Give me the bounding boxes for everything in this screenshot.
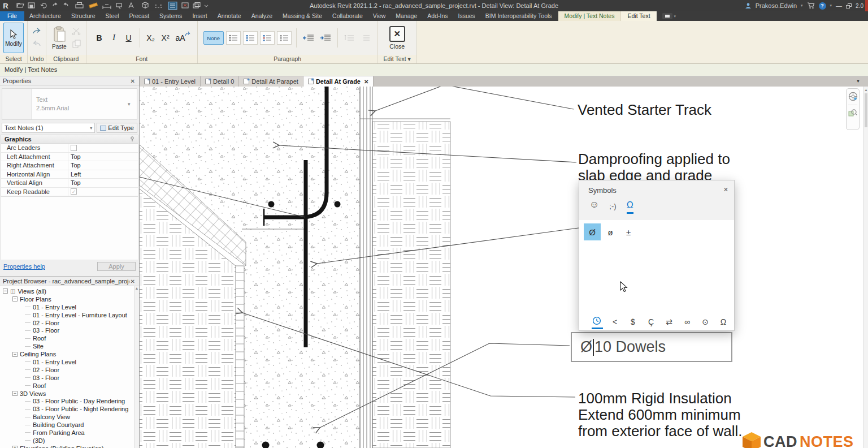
- property-value[interactable]: Left: [68, 170, 138, 179]
- tree-item[interactable]: Roof: [0, 334, 139, 342]
- tree-item[interactable]: From Parking Area: [0, 429, 139, 437]
- symbol-oslash[interactable]: ø: [602, 223, 619, 240]
- view-tab-detail-0[interactable]: ✳Detail 0: [201, 76, 239, 87]
- tree-item[interactable]: (3D): [0, 437, 139, 445]
- recent-category-icon[interactable]: [588, 316, 606, 327]
- property-value[interactable]: Top: [68, 179, 138, 187]
- property-value[interactable]: Top: [68, 161, 138, 170]
- increase-spacing-button[interactable]: [342, 31, 356, 45]
- numbered-list-button[interactable]: [243, 31, 258, 45]
- arc-leaders-checkbox[interactable]: [71, 145, 77, 151]
- tab-analyze[interactable]: Analyze: [246, 11, 277, 21]
- apply-button[interactable]: Apply: [97, 262, 136, 271]
- tab-modify-text-notes[interactable]: Modify | Text Notes: [558, 11, 622, 21]
- tree-item[interactable]: 03 - Floor: [0, 374, 139, 382]
- paste-button[interactable]: Paste: [50, 25, 69, 50]
- minimize-icon[interactable]: —: [836, 2, 842, 9]
- username[interactable]: Prakoso.Edwin: [756, 2, 797, 9]
- decrease-indent-button[interactable]: [301, 31, 316, 45]
- browser-scrollbar[interactable]: ▲: [134, 286, 139, 448]
- help-menu-caret-icon[interactable]: ▾: [830, 3, 832, 8]
- tree-item[interactable]: Building Courtyard: [0, 421, 139, 429]
- symbols-close-icon[interactable]: ✕: [723, 186, 728, 195]
- tab-architecture[interactable]: Architecture: [24, 11, 66, 21]
- close-edit-text-button[interactable]: ✕ Close: [381, 26, 413, 50]
- element-filter-select[interactable]: Text Notes (1) ▾: [2, 123, 95, 133]
- scroll-up-icon[interactable]: ▲: [864, 87, 868, 93]
- properties-help-link[interactable]: Properties help: [3, 263, 45, 270]
- panel-select-label[interactable]: Select: [0, 55, 27, 63]
- bullet-list-button[interactable]: [226, 31, 241, 45]
- edit-type-button[interactable]: Edit Type: [97, 123, 137, 133]
- panel-font-label[interactable]: Font: [86, 55, 197, 63]
- revit-logo-icon[interactable]: R: [0, 2, 11, 10]
- tree-item[interactable]: 01 - Entry Level: [0, 358, 139, 366]
- text-edit-box[interactable]: Ø 10 Dowels: [571, 332, 732, 362]
- property-row[interactable]: Arc Leaders: [1, 144, 138, 153]
- expander-icon[interactable]: −: [12, 391, 18, 396]
- underline-button[interactable]: U: [123, 31, 135, 45]
- tab-systems[interactable]: Systems: [154, 11, 187, 21]
- tab-bim-interoperability[interactable]: BIM Interoperability Tools: [480, 11, 557, 21]
- expander-icon[interactable]: −: [12, 296, 18, 301]
- media-toggle[interactable]: ▾: [662, 11, 676, 21]
- tree-item-views[interactable]: −◫Views (all): [0, 287, 139, 295]
- scrollbar-thumb[interactable]: [865, 93, 867, 127]
- tab-annotate[interactable]: Annotate: [212, 11, 246, 21]
- modify-button[interactable]: Modify: [3, 23, 24, 53]
- collapse-tabs-icon[interactable]: ▼: [856, 79, 860, 83]
- user-icon[interactable]: [745, 2, 752, 9]
- canvas-scrollbar[interactable]: ▲: [863, 87, 868, 448]
- panel-clipboard-label[interactable]: Clipboard: [46, 55, 86, 63]
- tree-item[interactable]: Site: [0, 342, 139, 350]
- symbol-plus-minus[interactable]: ±: [620, 223, 637, 240]
- tree-item[interactable]: Balcony View: [0, 413, 139, 421]
- tree-item-ceiling-plans[interactable]: −Ceiling Plans: [0, 350, 139, 358]
- property-row[interactable]: Horizontal Align Left: [1, 170, 138, 179]
- type-selector[interactable]: Text 2.5mm Arial ▾: [2, 88, 137, 120]
- property-row[interactable]: Right Attachment Top: [1, 161, 138, 170]
- list-none-button[interactable]: None: [203, 31, 224, 45]
- drawing-canvas[interactable]: Vented Starter Track Damproofing applied…: [140, 87, 868, 448]
- expander-icon[interactable]: +: [12, 446, 18, 448]
- tab-precast[interactable]: Precast: [124, 11, 155, 21]
- expander-icon[interactable]: −: [12, 352, 18, 357]
- kaomoji-tab[interactable]: ;-): [609, 202, 616, 214]
- bold-button[interactable]: B: [93, 31, 106, 45]
- user-menu-caret-icon[interactable]: ▾: [801, 3, 803, 8]
- geometry-category-icon[interactable]: ⇄: [660, 317, 678, 326]
- scroll-up-icon[interactable]: ▲: [135, 286, 139, 290]
- uppercase-list-button[interactable]: [277, 31, 292, 45]
- view-tab-detail-at-grade[interactable]: ✳Detail At Grade✕: [303, 76, 374, 87]
- graphics-section-title[interactable]: Graphics: [5, 136, 32, 143]
- close-icon[interactable]: [865, 0, 868, 11]
- text-note-damproofing[interactable]: Damproofing applied to slab edge and gra…: [578, 151, 730, 184]
- tab-file[interactable]: File: [0, 11, 24, 21]
- tree-item[interactable]: 01 - Entry Level: [0, 303, 139, 311]
- keep-readable-checkbox[interactable]: ✓: [71, 188, 77, 195]
- tab-insert[interactable]: Insert: [187, 11, 212, 21]
- emoji-tab-icon[interactable]: ☺: [589, 199, 599, 214]
- tree-item[interactable]: 02 - Floor: [0, 319, 139, 327]
- tab-collaborate[interactable]: Collaborate: [327, 11, 368, 21]
- copy-icon[interactable]: [71, 40, 83, 49]
- zoom-tool-icon[interactable]: [848, 109, 857, 118]
- steering-wheel-icon[interactable]: [848, 92, 858, 101]
- tree-item[interactable]: 01 - Entry Level - Furniture Layout: [0, 311, 139, 319]
- tree-item-elevations[interactable]: +Elevations (Building Elevation): [0, 445, 139, 448]
- panel-edit-text-label[interactable]: Edit Text ▾: [378, 55, 416, 63]
- redo-icon[interactable]: [31, 40, 42, 48]
- latin-category-icon[interactable]: Ç: [642, 317, 660, 326]
- tab-view[interactable]: View: [368, 11, 391, 21]
- symbol-diameter[interactable]: Ø: [584, 223, 601, 240]
- tree-item[interactable]: 02 - Floor: [0, 366, 139, 374]
- punctuation-category-icon[interactable]: <: [606, 317, 624, 326]
- tab-structure[interactable]: Structure: [66, 11, 101, 21]
- tab-edit-text[interactable]: Edit Text: [621, 11, 656, 21]
- view-tab-close-icon[interactable]: ✕: [364, 79, 368, 85]
- math-category-icon[interactable]: ∞: [678, 317, 696, 326]
- tree-item[interactable]: 03 - Floor Public - Day Rendering: [0, 397, 139, 405]
- property-row[interactable]: Keep Readable ✓: [1, 188, 138, 197]
- tree-item[interactable]: Roof: [0, 382, 139, 390]
- tree-item-floor-plans[interactable]: −Floor Plans: [0, 295, 139, 303]
